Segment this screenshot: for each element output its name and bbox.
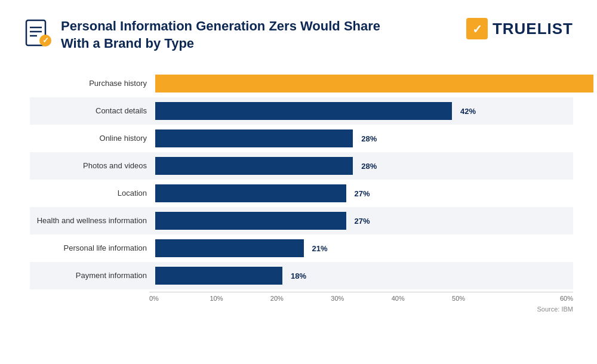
bar-fill [155,212,346,230]
bar-track: 21% [155,239,573,257]
bar-track: 28% [155,157,573,175]
bar-fill [155,129,353,147]
bar-fill [155,239,304,257]
bar-value: 27% [355,217,370,226]
bar-value: 18% [291,272,306,280]
bar-label: Contact details [30,106,155,116]
bar-label: Online history [30,134,155,143]
chart-area: Purchase history 62% Contact details 42%… [30,70,573,289]
bar-track: 18% [155,267,573,285]
x-tick: 20% [270,295,331,302]
header-left: ✓ Personal Information Generation Zers W… [24,18,383,52]
svg-text:✓: ✓ [42,36,49,45]
bar-track: 27% [155,212,573,230]
page-title: Personal Information Generation Zers Wou… [61,18,383,52]
bar-track: 42% [155,102,573,120]
x-axis: 0%10%20%30%40%50%60% [149,292,573,302]
x-tick: 10% [210,295,270,302]
bar-track: 62% [155,75,593,92]
x-tick: 40% [392,295,452,302]
x-tick: 30% [331,295,391,302]
logo: ✓ TRUELIST [466,18,573,39]
bar-fill [155,267,282,285]
bar-label: Purchase history [30,79,155,88]
bar-value: 28% [361,162,377,171]
bar-row: Location 27% [30,180,573,207]
bar-row: Health and wellness information 27% [30,207,573,235]
header: ✓ Personal Information Generation Zers W… [24,18,573,52]
bar-fill [155,184,346,202]
bar-row: Online history 28% [30,125,573,152]
bar-fill [155,157,353,175]
bar-label: Payment information [30,271,155,280]
bar-value: 27% [355,189,370,198]
bar-label: Location [30,189,155,198]
bar-label: Health and wellness information [30,216,155,226]
bar-value: 21% [312,244,328,253]
truelist-logo-icon: ✓ [466,18,488,39]
page-container: ✓ Personal Information Generation Zers W… [0,0,597,364]
bar-row: Contact details 42% [30,97,573,125]
bar-row: Purchase history 62% [30,70,573,97]
x-tick: 60% [513,295,573,302]
source-label: Source: IBM [24,306,573,313]
bar-fill [155,102,452,120]
bar-row: Payment information 18% [30,262,573,289]
bar-track: 28% [155,129,573,147]
logo-text: TRUELIST [493,20,573,38]
bar-fill [155,75,593,92]
x-tick: 0% [149,295,210,302]
bar-row: Photos and videos 28% [30,152,573,180]
bar-row: Personal life information 21% [30,235,573,262]
svg-text:✓: ✓ [472,23,482,36]
x-tick: 50% [452,295,512,302]
bar-value: 28% [361,134,377,143]
bar-track: 27% [155,184,573,202]
bar-label: Personal life information [30,243,155,253]
bar-label: Photos and videos [30,161,155,171]
bar-value: 42% [460,107,476,116]
document-icon: ✓ [24,19,53,48]
